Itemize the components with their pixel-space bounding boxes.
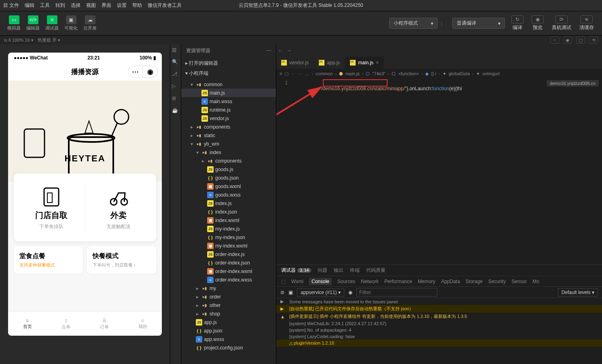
dbg-tab-problems[interactable]: 问题 [318,267,327,274]
devtool-tab[interactable]: AppData [441,279,460,284]
dbg-tab-quality[interactable]: 代码质量 [366,267,386,274]
debug-icon[interactable]: ▷ [172,83,179,91]
editor-tab[interactable]: JSvendor.js [276,57,314,69]
back-icon[interactable]: ← [278,48,283,53]
devtool-tab[interactable]: Console [309,278,332,285]
file-item[interactable]: JSmy-index.js [181,224,276,233]
more-icon[interactable]: ⋯ [266,48,271,53]
folder-item[interactable]: ▸▸▮shop [181,309,276,318]
editor-tab[interactable]: JSapp.js [314,57,345,69]
menu-item[interactable]: 转到 [55,2,65,9]
mode-select[interactable]: 小程序模式▾ [389,18,438,29]
filter-input[interactable] [356,288,437,296]
menu-item[interactable]: 界面 [102,2,111,9]
menu-item[interactable]: 工具 [40,2,50,9]
fwd-icon[interactable]: → [287,48,292,53]
more-icon[interactable]: ⋯ [128,66,143,77]
file-item[interactable]: ≡goods.wxss [181,190,276,199]
menu-item[interactable]: 编辑 [25,2,34,9]
dbg-tab-output[interactable]: 输出 [334,267,343,274]
devtool-tab[interactable]: Network [361,279,379,284]
file-item[interactable]: JSmain.js [181,89,276,97]
devtool-tab[interactable]: Sensor [511,279,527,284]
open-editors-section[interactable]: ▸ 打开的编辑器 [181,58,276,68]
cup-icon[interactable]: ☕ [172,108,179,115]
branch-icon[interactable]: ⎇ [172,71,179,78]
code-editor[interactable]: 1 :/'/demo16.ynjdzzd008.cn/static/miniap… [276,78,602,265]
folder-item[interactable]: ▸▸▮components [181,123,276,131]
file-item[interactable]: { }index.json [181,207,276,216]
menu-item[interactable]: 帮助 [132,2,142,9]
capsule-button[interactable]: ⋯◉ [128,66,158,78]
folder-item[interactable]: ▸▸▮order [181,292,276,301]
delivery-card[interactable]: 外卖 无接触配送 [85,185,153,230]
editor-toggle[interactable]: </>编辑器 [24,14,42,33]
file-item[interactable]: { }my-index.json [181,233,276,241]
compile-select[interactable]: 普通编译▾ [452,18,505,29]
menu-item[interactable]: 选择 [71,2,81,9]
file-item[interactable]: ≡main.wxss [181,97,276,106]
eye-icon[interactable]: ◉ [348,290,352,295]
folder-item[interactable]: ▸▸▮static [181,131,276,140]
menu-item[interactable]: 微信开发者工具 [148,2,182,9]
screenshot-icon[interactable]: ▢ [576,36,585,44]
folder-item[interactable]: ▸▸▮other [181,301,276,309]
record-icon[interactable]: ○ [550,36,559,44]
record-icon[interactable]: ◉ [563,36,572,44]
file-item[interactable]: ▣order-index.wxml [181,267,276,275]
project-root[interactable]: ▾ 小程序端 [181,68,276,78]
file-item[interactable]: JSvendor.js [181,114,276,123]
devtool-tab[interactable]: Mo [532,279,539,284]
clear-icon[interactable]: ⊘ [280,290,284,295]
top-icon[interactable]: ▣ [288,290,293,295]
file-item[interactable]: JSgoods.js [181,165,276,174]
devtool-tab[interactable]: Security [488,279,506,284]
file-item[interactable]: ≡app.wxss [181,335,276,343]
file-item[interactable]: ≡order-index.wxss [181,275,276,284]
menu-item[interactable]: 设置 [117,2,127,9]
file-item[interactable]: { }project.config.json [181,343,276,352]
debugger-toggle[interactable]: ≡调试器 [43,14,61,33]
visual-toggle[interactable]: ▣可视化 [62,14,80,33]
tab-mine[interactable]: ☺我的 [123,312,162,336]
pickup-card[interactable]: 门店自取 下单免排队 [18,185,85,230]
file-item[interactable]: { }order-index.json [181,258,276,267]
file-item[interactable]: ▣goods.wxml [181,182,276,190]
file-item[interactable]: JSindex.js [181,199,276,207]
file-item[interactable]: JSapp.js [181,318,276,326]
file-item[interactable]: { }goods.json [181,174,276,182]
menu-item[interactable]: 目 文件 [3,2,19,9]
menu-item[interactable]: 视图 [86,2,96,9]
dinein-card[interactable]: 堂食点餐 支持多种就餐模式 [14,246,83,274]
file-item[interactable]: JSruntime.js [181,106,276,114]
levels-select[interactable]: Default levels ▾ [558,288,598,296]
folder-item[interactable]: ▾▸▮yb_wm [181,140,276,148]
fastfood-card[interactable]: 快餐模式 下单叫号，到店取餐 › [87,246,156,274]
editor-tab[interactable]: JSmain.js× [345,57,384,69]
context-select[interactable]: appservice (#11) ▾ [297,288,344,296]
preview-button[interactable]: ◉预览 [528,15,547,32]
devtool-tab[interactable]: Storage [466,279,483,284]
file-item[interactable]: ▣index.wxml [181,216,276,224]
search-icon[interactable]: 🔍 [172,59,179,66]
devtool-tab[interactable]: Sources [337,279,355,284]
hot-reload-status[interactable]: 热重载 开 ▾ [38,37,60,43]
cloud-toggle[interactable]: ☁云开发 [81,14,99,33]
close-icon[interactable]: × [376,60,379,66]
compile-button[interactable]: ↻编译 [508,15,527,32]
folder-item[interactable]: ▾▸▮common [181,80,276,89]
folder-item[interactable]: ▾▸▮index [181,148,276,157]
file-item[interactable]: ▣my-index.wxml [181,241,276,250]
folder-item[interactable]: ▸▸▮components [181,157,276,165]
tab-orders[interactable]: ☰订单 [85,312,123,336]
inspect-icon[interactable]: ⬚ [281,279,286,284]
breadcrumb[interactable]: ≡ ▢ ←→ …› common› ⬢main.js› ⬡"74e3"› ⬡<f… [276,69,602,78]
folder-item[interactable]: ▸▸▮my [181,284,276,292]
remote-debug-button[interactable]: ⟳真机调试 [549,15,574,32]
devtool-tab[interactable]: Memory [418,279,435,284]
file-item[interactable]: { }app.json [181,326,276,335]
dbg-tab-debugger[interactable]: 调试器3, 14 [281,267,311,274]
rotate-icon[interactable]: ⟲ [589,36,598,44]
files-icon[interactable]: ▥ [172,47,179,54]
devtool-tab[interactable]: Wxml [291,279,303,284]
